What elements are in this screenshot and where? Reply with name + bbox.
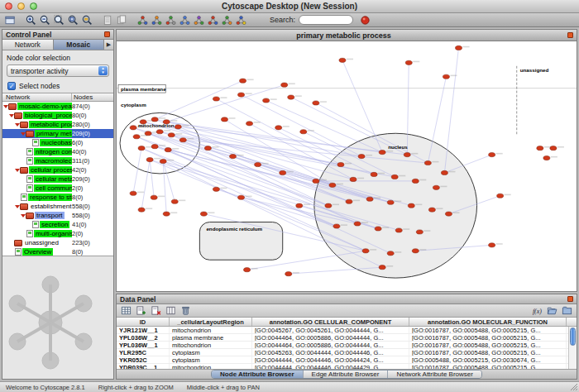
network-node[interactable] <box>151 117 158 122</box>
network-node[interactable] <box>387 200 394 204</box>
network-node[interactable] <box>171 199 178 203</box>
network-node[interactable] <box>358 154 365 158</box>
network-node[interactable] <box>424 160 431 165</box>
tree-item[interactable]: metabolic process280(0) <box>2 120 113 129</box>
network-node[interactable] <box>156 130 163 134</box>
network-node[interactable] <box>263 98 270 103</box>
tree-expander-icon[interactable] <box>14 169 20 172</box>
tree-expander-icon[interactable] <box>20 214 26 218</box>
network-node[interactable] <box>333 224 340 228</box>
network-node[interactable] <box>281 83 288 87</box>
tree-item[interactable]: establishment of lo...558(0) <box>2 202 113 211</box>
network-node[interactable] <box>354 222 361 226</box>
window-titlebar[interactable]: Cytoscape Desktop (New Session) <box>0 0 579 13</box>
attribute-columns-icon[interactable] <box>164 304 178 318</box>
network-node[interactable] <box>200 212 207 216</box>
tree-item[interactable]: response to stimul...8(0) <box>2 193 113 202</box>
network-node[interactable] <box>296 203 303 208</box>
minimize-window-button[interactable] <box>17 2 25 10</box>
tab-network-attribute-browser[interactable]: Network Attribute Browser <box>388 370 481 378</box>
network-node[interactable] <box>404 153 410 157</box>
tab-network[interactable]: Network <box>2 40 54 50</box>
tree-item[interactable]: multi-organism pro...2(0) <box>2 229 113 238</box>
tab-scroll-right-button[interactable]: ▶ <box>104 40 113 50</box>
network-node[interactable] <box>455 45 462 50</box>
network-node[interactable] <box>346 199 352 203</box>
column-header[interactable]: annotation.GO MOLECULAR_FUNCTION <box>409 318 567 326</box>
tree-item[interactable]: transport558(0) <box>2 211 113 220</box>
first-neighbors-icon[interactable] <box>150 13 164 26</box>
tab-edge-attribute-browser[interactable]: Edge Attribute Browser <box>304 370 389 378</box>
float-view-button[interactable] <box>567 32 573 38</box>
new-session-window-icon[interactable] <box>3 13 17 26</box>
float-data-panel-button[interactable] <box>567 296 573 302</box>
network-edge[interactable] <box>133 148 141 194</box>
network-node[interactable] <box>441 170 447 174</box>
zoom-out-icon[interactable] <box>38 13 52 26</box>
zoom-region-icon[interactable] <box>80 13 94 26</box>
import-network-icon[interactable] <box>136 13 150 26</box>
zoom-window-button[interactable] <box>30 2 37 10</box>
network-node[interactable] <box>391 174 398 179</box>
network-node[interactable] <box>130 126 136 130</box>
network-edge[interactable] <box>150 160 154 198</box>
network-node[interactable] <box>543 155 550 160</box>
network-node[interactable] <box>165 148 171 152</box>
vizmapper-icon[interactable] <box>192 13 206 26</box>
delete-row-trash-icon[interactable] <box>179 304 193 318</box>
table-scrollbar[interactable] <box>568 327 577 369</box>
network-node[interactable] <box>204 146 211 151</box>
tree-item[interactable]: cell communica...2(0) <box>2 184 113 193</box>
network-node[interactable] <box>138 208 145 212</box>
network-node[interactable] <box>175 125 181 129</box>
network-frame-titlebar[interactable]: primary metabolic process <box>117 30 577 41</box>
tree-item[interactable]: biological_process80(0) <box>2 111 113 120</box>
network-node[interactable] <box>325 203 332 208</box>
search-input[interactable] <box>299 15 353 25</box>
network-node[interactable] <box>246 122 253 126</box>
tree-item[interactable]: mosaic-demo-yeast874(0) <box>2 102 113 111</box>
column-header[interactable]: annotation.GO CELLULAR_COMPONENT <box>252 318 409 326</box>
network-node[interactable] <box>339 58 346 62</box>
network-node[interactable] <box>443 74 449 79</box>
network-node[interactable] <box>244 268 251 272</box>
table-row[interactable]: YKR052Ccytoplasm[GO:0044444, GO:0044446,… <box>117 356 577 364</box>
delete-attribute-icon[interactable] <box>149 304 163 318</box>
network-node[interactable] <box>371 172 377 176</box>
network-node[interactable] <box>313 101 319 105</box>
create-attribute-icon[interactable] <box>134 304 148 318</box>
network-node[interactable] <box>145 131 151 136</box>
network-node[interactable] <box>412 179 419 183</box>
network-edge[interactable] <box>166 85 285 122</box>
network-node[interactable] <box>537 146 543 151</box>
network-node[interactable] <box>179 138 186 142</box>
resize-grip-icon[interactable] <box>569 382 578 391</box>
network-node[interactable] <box>229 154 236 158</box>
zoom-in-icon[interactable] <box>24 13 38 26</box>
network-node[interactable] <box>408 203 414 208</box>
tree-expander-icon[interactable] <box>20 132 26 136</box>
tree-item[interactable]: primary metab...209(0) <box>2 129 113 138</box>
network-edge[interactable] <box>163 161 166 214</box>
network-node[interactable] <box>221 117 227 122</box>
float-panel-button[interactable] <box>104 31 110 37</box>
tree-item[interactable]: macromolecule...311(0) <box>2 156 113 165</box>
import-attributes-icon[interactable] <box>545 304 559 318</box>
table-row[interactable]: YLR295Ccytoplasm[GO:0045263, GO:0044444,… <box>117 349 577 356</box>
table-row[interactable]: YPL036W__1mitochondrion[GO:0044464, GO:0… <box>117 342 577 349</box>
tree-expander-icon[interactable] <box>14 123 20 127</box>
network-node[interactable] <box>151 195 157 199</box>
network-node[interactable] <box>375 227 381 231</box>
table-scrollbar-thumb[interactable] <box>570 327 576 346</box>
tree-item[interactable]: unassigned223(0) <box>2 238 113 247</box>
network-node[interactable] <box>238 93 245 97</box>
network-node[interactable] <box>329 183 336 187</box>
network-node[interactable] <box>163 212 170 216</box>
column-header[interactable]: ID <box>117 318 170 326</box>
tree-item[interactable]: secretion41(0) <box>2 220 113 229</box>
tree-item[interactable]: cellular process42(0) <box>2 165 113 174</box>
column-header[interactable]: _cellularLayoutRegion <box>170 318 252 326</box>
network-node[interactable] <box>288 95 294 99</box>
tab-node-attribute-browser[interactable]: Node Attribute Browser <box>212 370 304 378</box>
network-node[interactable] <box>350 177 356 181</box>
